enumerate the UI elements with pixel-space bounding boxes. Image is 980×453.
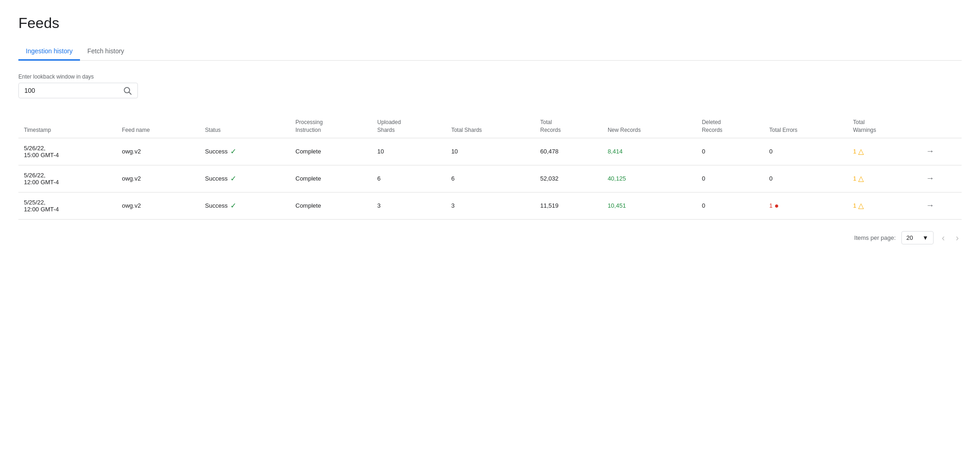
cell-deleted-records: 0	[696, 192, 764, 219]
dropdown-arrow-icon: ▼	[923, 234, 929, 241]
cell-processing-instruction: Complete	[290, 192, 372, 219]
items-per-page-value: 20	[906, 234, 913, 241]
cell-processing-instruction: Complete	[290, 165, 372, 192]
table-row: 5/26/22, 12:00 GMT-4owg.v2Success✓Comple…	[18, 165, 962, 192]
items-per-page-label: Items per page:	[854, 234, 895, 241]
cell-total-shards: 6	[446, 165, 535, 192]
table-row: 5/26/22, 15:00 GMT-4owg.v2Success✓Comple…	[18, 138, 962, 165]
warning-icon: △	[858, 174, 864, 183]
col-total-shards: Total Shards	[446, 115, 535, 138]
svg-line-1	[129, 92, 131, 94]
cell-action: →	[920, 165, 962, 192]
warning-count: 1	[853, 175, 856, 182]
col-action	[920, 115, 962, 138]
cell-timestamp: 5/26/22, 15:00 GMT-4	[18, 138, 116, 165]
cell-uploaded-shards: 6	[372, 165, 446, 192]
tab-ingestion-history[interactable]: Ingestion history	[18, 43, 80, 61]
col-deleted-records: DeletedRecords	[696, 115, 764, 138]
prev-page-button[interactable]: ‹	[939, 231, 948, 245]
error-count: 1	[769, 202, 773, 209]
status-text: Success	[205, 175, 228, 182]
pagination-row: Items per page: 20 ▼ ‹ ›	[18, 231, 962, 245]
warning-icon: △	[858, 201, 864, 210]
table-row: 5/25/22, 12:00 GMT-4owg.v2Success✓Comple…	[18, 192, 962, 219]
col-new-records: New Records	[602, 115, 696, 138]
search-box	[18, 83, 138, 98]
warning-count: 1	[853, 202, 856, 209]
col-uploaded-shards: UploadedShards	[372, 115, 446, 138]
cell-timestamp: 5/26/22, 12:00 GMT-4	[18, 165, 116, 192]
lookback-label: Enter lookback window in days	[18, 74, 962, 80]
tabs-container: Ingestion history Fetch history	[18, 43, 962, 61]
next-page-button[interactable]: ›	[953, 231, 962, 245]
new-records-value: 8,414	[608, 148, 623, 155]
search-button[interactable]	[123, 86, 132, 95]
ingestion-table: Timestamp Feed name Status ProcessingIns…	[18, 115, 962, 220]
col-feed-name: Feed name	[116, 115, 199, 138]
cell-total-records: 11,519	[535, 192, 602, 219]
tab-fetch-history[interactable]: Fetch history	[80, 43, 131, 61]
cell-total-shards: 10	[446, 138, 535, 165]
cell-total-errors: 0	[764, 138, 848, 165]
col-status: Status	[199, 115, 290, 138]
cell-timestamp: 5/25/22, 12:00 GMT-4	[18, 192, 116, 219]
svg-point-0	[124, 87, 130, 93]
col-total-warnings: TotalWarnings	[848, 115, 921, 138]
cell-total-errors: 1 ●	[764, 192, 848, 219]
status-check-icon: ✓	[230, 174, 236, 183]
row-detail-button[interactable]: →	[926, 201, 934, 210]
cell-new-records: 10,451	[602, 192, 696, 219]
status-check-icon: ✓	[230, 201, 236, 210]
cell-status: Success✓	[199, 138, 290, 165]
new-records-value: 10,451	[608, 202, 626, 209]
cell-total-warnings: 1 △	[848, 165, 921, 192]
cell-status: Success✓	[199, 165, 290, 192]
cell-feed-name: owg.v2	[116, 192, 199, 219]
cell-action: →	[920, 138, 962, 165]
cell-total-records: 60,478	[535, 138, 602, 165]
cell-total-warnings: 1 △	[848, 192, 921, 219]
page-title: Feeds	[18, 15, 962, 32]
warning-count: 1	[853, 148, 856, 155]
error-icon: ●	[775, 202, 779, 210]
row-detail-button[interactable]: →	[926, 147, 934, 156]
cell-new-records: 40,125	[602, 165, 696, 192]
cell-feed-name: owg.v2	[116, 165, 199, 192]
search-icon	[123, 86, 132, 95]
cell-uploaded-shards: 10	[372, 138, 446, 165]
col-total-records: TotalRecords	[535, 115, 602, 138]
warning-icon: △	[858, 147, 864, 156]
cell-uploaded-shards: 3	[372, 192, 446, 219]
col-total-errors: Total Errors	[764, 115, 848, 138]
cell-deleted-records: 0	[696, 138, 764, 165]
cell-total-warnings: 1 △	[848, 138, 921, 165]
status-check-icon: ✓	[230, 147, 236, 156]
cell-feed-name: owg.v2	[116, 138, 199, 165]
cell-new-records: 8,414	[602, 138, 696, 165]
new-records-value: 40,125	[608, 175, 626, 182]
status-text: Success	[205, 202, 228, 209]
lookback-input[interactable]	[24, 87, 123, 94]
row-detail-button[interactable]: →	[926, 174, 934, 183]
cell-total-shards: 3	[446, 192, 535, 219]
status-text: Success	[205, 148, 228, 155]
items-per-page-select[interactable]: 20 ▼	[901, 231, 934, 244]
col-timestamp: Timestamp	[18, 115, 116, 138]
col-processing-instruction: ProcessingInstruction	[290, 115, 372, 138]
cell-total-records: 52,032	[535, 165, 602, 192]
cell-action: →	[920, 192, 962, 219]
cell-deleted-records: 0	[696, 165, 764, 192]
cell-total-errors: 0	[764, 165, 848, 192]
cell-status: Success✓	[199, 192, 290, 219]
cell-processing-instruction: Complete	[290, 138, 372, 165]
